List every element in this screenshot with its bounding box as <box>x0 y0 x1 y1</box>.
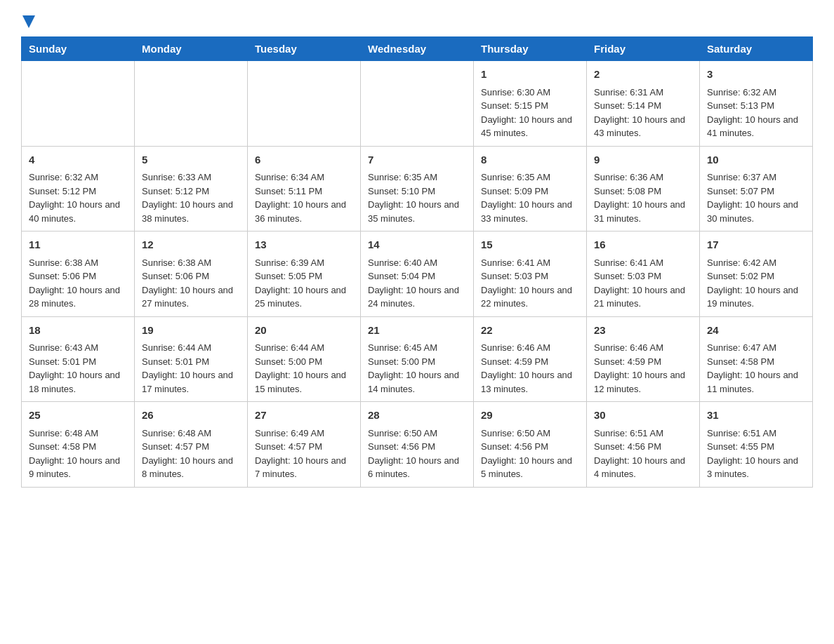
day-number: 9 <box>594 152 692 168</box>
day-number: 18 <box>29 323 127 339</box>
sun-info: Sunrise: 6:50 AMSunset: 4:56 PMDaylight:… <box>368 427 466 481</box>
calendar-cell: 29Sunrise: 6:50 AMSunset: 4:56 PMDayligh… <box>474 402 587 488</box>
calendar-cell: 31Sunrise: 6:51 AMSunset: 4:55 PMDayligh… <box>700 402 813 488</box>
calendar-cell: 28Sunrise: 6:50 AMSunset: 4:56 PMDayligh… <box>361 402 474 488</box>
sun-info: Sunrise: 6:44 AMSunset: 5:00 PMDaylight:… <box>255 341 353 396</box>
day-number: 13 <box>255 237 353 253</box>
calendar-cell <box>248 61 361 147</box>
calendar-cell: 24Sunrise: 6:47 AMSunset: 4:58 PMDayligh… <box>700 316 813 402</box>
day-number: 6 <box>255 152 353 168</box>
day-number: 3 <box>707 67 805 83</box>
calendar-cell: 27Sunrise: 6:49 AMSunset: 4:57 PMDayligh… <box>248 402 361 488</box>
calendar-cell: 10Sunrise: 6:37 AMSunset: 5:07 PMDayligh… <box>700 146 813 232</box>
calendar-cell: 23Sunrise: 6:46 AMSunset: 4:59 PMDayligh… <box>587 316 700 402</box>
calendar-cell: 5Sunrise: 6:33 AMSunset: 5:12 PMDaylight… <box>135 146 248 232</box>
sun-info: Sunrise: 6:38 AMSunset: 5:06 PMDaylight:… <box>142 256 240 311</box>
calendar-cell: 17Sunrise: 6:42 AMSunset: 5:02 PMDayligh… <box>700 232 813 317</box>
svg-marker-0 <box>22 15 35 28</box>
page-header <box>21 14 813 28</box>
sun-info: Sunrise: 6:46 AMSunset: 4:59 PMDaylight:… <box>481 341 579 396</box>
calendar-table: SundayMondayTuesdayWednesdayThursdayFrid… <box>21 36 813 488</box>
calendar-cell: 7Sunrise: 6:35 AMSunset: 5:10 PMDaylight… <box>361 146 474 232</box>
calendar-cell: 2Sunrise: 6:31 AMSunset: 5:14 PMDaylight… <box>587 61 700 147</box>
day-number: 12 <box>142 237 240 253</box>
calendar-cell <box>361 61 474 147</box>
sun-info: Sunrise: 6:49 AMSunset: 4:57 PMDaylight:… <box>255 427 353 481</box>
sun-info: Sunrise: 6:47 AMSunset: 4:58 PMDaylight:… <box>707 341 805 396</box>
calendar-cell: 4Sunrise: 6:32 AMSunset: 5:12 PMDaylight… <box>22 146 135 232</box>
calendar-cell: 14Sunrise: 6:40 AMSunset: 5:04 PMDayligh… <box>361 232 474 317</box>
sun-info: Sunrise: 6:50 AMSunset: 4:56 PMDaylight:… <box>481 427 579 481</box>
sun-info: Sunrise: 6:30 AMSunset: 5:15 PMDaylight:… <box>481 86 579 140</box>
day-number: 21 <box>368 323 466 339</box>
sun-info: Sunrise: 6:32 AMSunset: 5:13 PMDaylight:… <box>707 86 805 140</box>
calendar-cell: 9Sunrise: 6:36 AMSunset: 5:08 PMDaylight… <box>587 146 700 232</box>
day-number: 20 <box>255 323 353 339</box>
sun-info: Sunrise: 6:35 AMSunset: 5:10 PMDaylight:… <box>368 170 466 225</box>
sun-info: Sunrise: 6:36 AMSunset: 5:08 PMDaylight:… <box>594 170 692 225</box>
sun-info: Sunrise: 6:43 AMSunset: 5:01 PMDaylight:… <box>29 341 127 396</box>
sun-info: Sunrise: 6:44 AMSunset: 5:01 PMDaylight:… <box>142 341 240 396</box>
calendar-cell: 15Sunrise: 6:41 AMSunset: 5:03 PMDayligh… <box>474 232 587 317</box>
sun-info: Sunrise: 6:41 AMSunset: 5:03 PMDaylight:… <box>481 256 579 311</box>
day-header-thursday: Thursday <box>474 37 587 61</box>
day-number: 28 <box>368 408 466 424</box>
sun-info: Sunrise: 6:33 AMSunset: 5:12 PMDaylight:… <box>142 170 240 225</box>
sun-info: Sunrise: 6:51 AMSunset: 4:55 PMDaylight:… <box>707 427 805 481</box>
sun-info: Sunrise: 6:41 AMSunset: 5:03 PMDaylight:… <box>594 256 692 311</box>
day-number: 31 <box>707 408 805 424</box>
day-number: 30 <box>594 408 692 424</box>
calendar-cell: 13Sunrise: 6:39 AMSunset: 5:05 PMDayligh… <box>248 232 361 317</box>
calendar-cell: 3Sunrise: 6:32 AMSunset: 5:13 PMDaylight… <box>700 61 813 147</box>
sun-info: Sunrise: 6:38 AMSunset: 5:06 PMDaylight:… <box>29 256 127 311</box>
day-number: 25 <box>29 408 127 424</box>
logo <box>21 14 35 28</box>
sun-info: Sunrise: 6:42 AMSunset: 5:02 PMDaylight:… <box>707 256 805 311</box>
day-number: 14 <box>368 237 466 253</box>
sun-info: Sunrise: 6:39 AMSunset: 5:05 PMDaylight:… <box>255 256 353 311</box>
day-number: 27 <box>255 408 353 424</box>
sun-info: Sunrise: 6:31 AMSunset: 5:14 PMDaylight:… <box>594 86 692 140</box>
calendar-week-row: 25Sunrise: 6:48 AMSunset: 4:58 PMDayligh… <box>22 402 813 488</box>
day-number: 16 <box>594 237 692 253</box>
calendar-cell: 20Sunrise: 6:44 AMSunset: 5:00 PMDayligh… <box>248 316 361 402</box>
sun-info: Sunrise: 6:34 AMSunset: 5:11 PMDaylight:… <box>255 170 353 225</box>
day-number: 1 <box>481 67 579 83</box>
calendar-cell: 18Sunrise: 6:43 AMSunset: 5:01 PMDayligh… <box>22 316 135 402</box>
day-number: 26 <box>142 408 240 424</box>
day-header-saturday: Saturday <box>700 37 813 61</box>
day-header-friday: Friday <box>587 37 700 61</box>
calendar-week-row: 1Sunrise: 6:30 AMSunset: 5:15 PMDaylight… <box>22 61 813 147</box>
calendar-cell <box>22 61 135 147</box>
day-number: 11 <box>29 237 127 253</box>
calendar-cell: 26Sunrise: 6:48 AMSunset: 4:57 PMDayligh… <box>135 402 248 488</box>
calendar-cell: 21Sunrise: 6:45 AMSunset: 5:00 PMDayligh… <box>361 316 474 402</box>
day-number: 4 <box>29 152 127 168</box>
calendar-week-row: 4Sunrise: 6:32 AMSunset: 5:12 PMDaylight… <box>22 146 813 232</box>
sun-info: Sunrise: 6:46 AMSunset: 4:59 PMDaylight:… <box>594 341 692 396</box>
sun-info: Sunrise: 6:35 AMSunset: 5:09 PMDaylight:… <box>481 170 579 225</box>
day-number: 5 <box>142 152 240 168</box>
calendar-cell: 22Sunrise: 6:46 AMSunset: 4:59 PMDayligh… <box>474 316 587 402</box>
day-header-monday: Monday <box>135 37 248 61</box>
day-number: 22 <box>481 323 579 339</box>
sun-info: Sunrise: 6:45 AMSunset: 5:00 PMDaylight:… <box>368 341 466 396</box>
day-number: 10 <box>707 152 805 168</box>
calendar-cell: 16Sunrise: 6:41 AMSunset: 5:03 PMDayligh… <box>587 232 700 317</box>
day-header-wednesday: Wednesday <box>361 37 474 61</box>
sun-info: Sunrise: 6:48 AMSunset: 4:57 PMDaylight:… <box>142 427 240 481</box>
calendar-header-row: SundayMondayTuesdayWednesdayThursdayFrid… <box>22 37 813 61</box>
calendar-week-row: 11Sunrise: 6:38 AMSunset: 5:06 PMDayligh… <box>22 232 813 317</box>
day-number: 7 <box>368 152 466 168</box>
day-number: 2 <box>594 67 692 83</box>
calendar-week-row: 18Sunrise: 6:43 AMSunset: 5:01 PMDayligh… <box>22 316 813 402</box>
calendar-cell <box>135 61 248 147</box>
calendar-cell: 11Sunrise: 6:38 AMSunset: 5:06 PMDayligh… <box>22 232 135 317</box>
sun-info: Sunrise: 6:51 AMSunset: 4:56 PMDaylight:… <box>594 427 692 481</box>
calendar-cell: 19Sunrise: 6:44 AMSunset: 5:01 PMDayligh… <box>135 316 248 402</box>
sun-info: Sunrise: 6:37 AMSunset: 5:07 PMDaylight:… <box>707 170 805 225</box>
day-header-tuesday: Tuesday <box>248 37 361 61</box>
calendar-cell: 8Sunrise: 6:35 AMSunset: 5:09 PMDaylight… <box>474 146 587 232</box>
day-number: 23 <box>594 323 692 339</box>
day-number: 15 <box>481 237 579 253</box>
